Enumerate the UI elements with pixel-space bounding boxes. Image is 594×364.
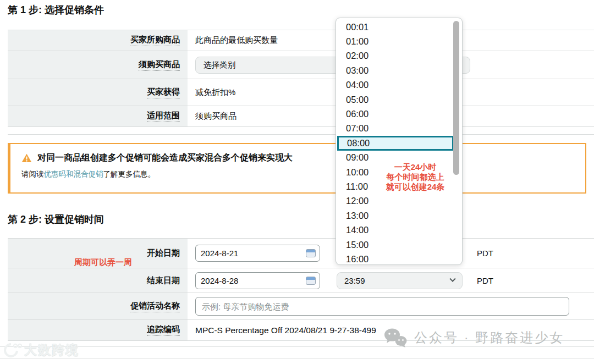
- calendar-icon[interactable]: [306, 249, 316, 257]
- buyer-purchases-value: 此商品的最低购买数量: [195, 35, 278, 46]
- promotion-setup-page: 第 1 步: 选择促销条件 买家所购商品 此商品的最低购买数量 须购买商品 选择…: [0, 0, 594, 364]
- row-label-cell: 买家所购商品: [8, 30, 188, 51]
- select-category-label: 选择类别: [204, 60, 235, 70]
- table-row: 买家获得 减免折扣%: [8, 79, 594, 106]
- tracking-code-value: MPC-S Percentage Off 2024/08/21 9-27-38-…: [195, 326, 376, 335]
- coupon-mixed-promotions-link[interactable]: 优惠码和混合促销: [44, 170, 103, 178]
- buyer-purchases-label: 买家所购商品: [130, 35, 180, 46]
- table-row: 结束日期 23:59: [8, 268, 594, 293]
- step2-heading: 第 2 步: 设置促销时间: [8, 213, 104, 226]
- time-dropdown: 00:0101:0002:0003:0004:0005:0006:0007:00…: [336, 18, 463, 265]
- start-date-label: 开始日期: [147, 248, 180, 258]
- warning-read-suffix: 了解更多信息。: [103, 170, 156, 178]
- warning-heading: 对同一商品组创建多个促销可能会造成买家混合多个促销来实现大: [37, 152, 293, 164]
- row-label-cell: 须购买商品: [8, 51, 188, 79]
- row-label-cell: 促销活动名称: [8, 293, 188, 319]
- start-date-field[interactable]: [195, 245, 320, 262]
- scrollbar[interactable]: [453, 21, 459, 175]
- time-option[interactable]: 06:00: [336, 107, 462, 121]
- time-option[interactable]: 01:00: [336, 34, 462, 48]
- row-value-cell: MPC-S Percentage Off 2024/08/21 9-27-38-…: [188, 320, 594, 340]
- promotion-name-input[interactable]: [195, 297, 569, 316]
- promotion-name-label: 促销活动名称: [130, 301, 180, 312]
- tracking-code-label: 追踪编码: [147, 324, 180, 336]
- row-label-cell: 追踪编码: [8, 320, 188, 340]
- end-date-input[interactable]: [201, 276, 306, 285]
- time-option[interactable]: 03:00: [336, 63, 462, 78]
- chevron-down-icon: [449, 276, 455, 282]
- time-option[interactable]: 08:00: [337, 136, 454, 150]
- annotation-line: 每个时间都选上: [355, 172, 476, 182]
- annotation-line: 就可以创建24条: [355, 182, 476, 192]
- time-option[interactable]: 15:00: [336, 238, 462, 252]
- warning-read-prefix: 请阅读: [21, 170, 44, 178]
- start-date-input[interactable]: [201, 249, 306, 258]
- required-product-label: 须购买商品: [139, 59, 180, 71]
- row-value-cell: 23:59: [188, 268, 594, 293]
- row-label-cell: 买家获得: [8, 79, 188, 106]
- brand-watermark-text: 大数跨境: [24, 341, 79, 359]
- end-time-value: 23:59: [344, 276, 365, 285]
- time-option[interactable]: 04:00: [336, 78, 462, 92]
- table-row: 买家所购商品 此商品的最低购买数量: [8, 30, 594, 51]
- row-label-cell: 适用范围: [8, 106, 188, 126]
- table-row: 适用范围 须购买商品: [8, 106, 594, 127]
- time-option[interactable]: 00:01: [336, 20, 462, 34]
- time-option[interactable]: 05:00: [336, 92, 462, 107]
- end-timezone-label: PDT: [477, 276, 493, 285]
- warning-detail: 请阅读优惠码和混合促销了解更多信息。: [21, 169, 575, 179]
- time-option[interactable]: 12:00: [336, 194, 462, 208]
- time-option[interactable]: 07:00: [336, 122, 462, 136]
- end-date-field[interactable]: [195, 272, 320, 289]
- step1-heading: 第 1 步: 选择促销条件: [8, 3, 104, 16]
- buyer-gets-label: 买家获得: [147, 87, 180, 98]
- warning-triangle-icon: [21, 153, 32, 163]
- step2-form-table: 开始日期 结束日期 23:59: [8, 238, 594, 341]
- row-value-cell: [188, 293, 594, 319]
- divider: [8, 134, 594, 135]
- brand-watermark: 大数跨境: [3, 341, 79, 359]
- step1-form-table: 买家所购商品 此商品的最低购买数量 须购买商品 选择类别 买家获得 减免折扣%: [8, 30, 594, 127]
- time-option[interactable]: 13:00: [336, 208, 462, 223]
- dropdown-annotation: 一天24小时 每个时间都选上 就可以创建24条: [355, 162, 476, 192]
- row-label-cell: 结束日期: [8, 268, 188, 293]
- time-option[interactable]: 16:00: [336, 252, 462, 265]
- annotation-line: 一天24小时: [355, 162, 476, 172]
- start-timezone-label: PDT: [477, 249, 493, 258]
- period-annotation: 周期可以弄一周: [74, 257, 132, 268]
- buyer-gets-value: 减免折扣%: [195, 87, 235, 98]
- warning-heading-row: 对同一商品组创建多个促销可能会造成买家混合多个促销来实现大: [21, 152, 575, 164]
- divider: [0, 358, 594, 359]
- applies-to-label: 适用范围: [147, 111, 180, 122]
- calendar-icon[interactable]: [306, 277, 316, 285]
- end-time-select[interactable]: 23:59: [337, 272, 463, 289]
- applies-to-value: 须购买商品: [195, 111, 237, 122]
- time-option[interactable]: 14:00: [336, 223, 462, 237]
- time-option[interactable]: 02:00: [336, 49, 462, 63]
- table-row: 追踪编码 MPC-S Percentage Off 2024/08/21 9-2…: [8, 320, 594, 341]
- divider: [0, 346, 594, 347]
- brand-logo-icon: [3, 342, 22, 359]
- warning-banner: 对同一商品组创建多个促销可能会造成买家混合多个促销来实现大 请阅读优惠码和混合促…: [8, 143, 586, 194]
- table-row: 促销活动名称: [8, 293, 594, 320]
- time-dropdown-list: 00:0101:0002:0003:0004:0005:0006:0007:00…: [336, 20, 462, 265]
- end-date-label: 结束日期: [147, 275, 180, 286]
- table-row: 须购买商品 选择类别: [8, 51, 594, 79]
